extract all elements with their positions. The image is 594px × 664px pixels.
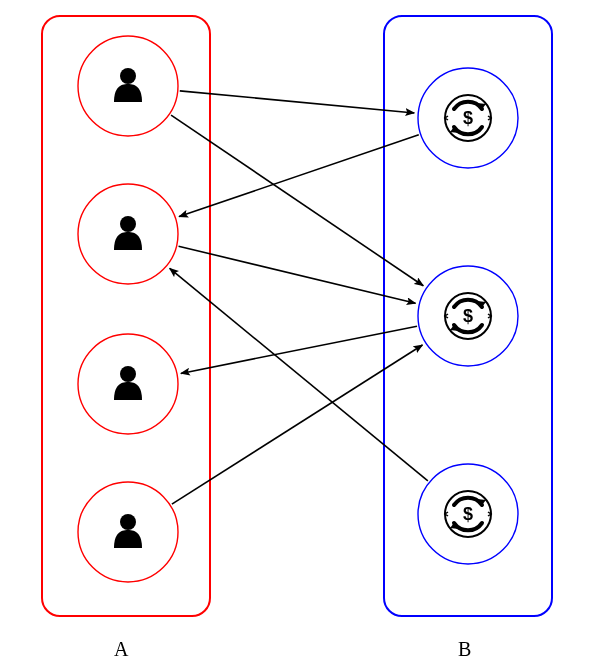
group-b-label: B [458, 638, 471, 661]
bipartite-diagram: $ [0, 0, 594, 664]
edge-a1-b1 [180, 91, 414, 113]
group-b-node-b1 [418, 68, 518, 168]
group-a-node-a1 [78, 36, 178, 136]
edge-a1-b2 [171, 115, 423, 286]
group-a-node-a4 [78, 482, 178, 582]
group-a-label: A [114, 638, 128, 661]
group-a-node-a2 [78, 184, 178, 284]
edge-b2-a3 [181, 326, 417, 373]
group-b-node-b2 [418, 266, 518, 366]
edge-b1-a2 [179, 135, 419, 217]
edges [170, 91, 428, 504]
edge-b3-a2 [170, 268, 428, 481]
group-a-node-a3 [78, 334, 178, 434]
group-b-node-b3 [418, 464, 518, 564]
edge-a2-b2 [179, 246, 416, 303]
